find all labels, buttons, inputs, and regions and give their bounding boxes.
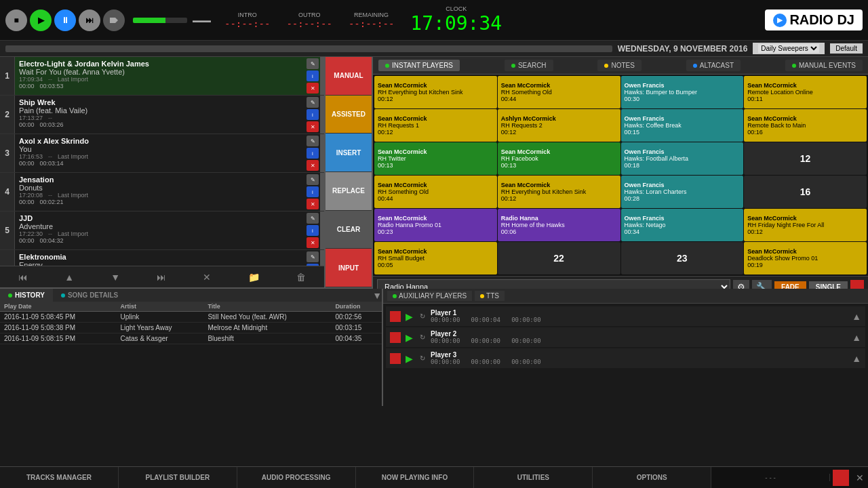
edit-button[interactable]: ✎ — [307, 58, 319, 69]
tab-notes[interactable]: NOTES — [597, 60, 641, 71]
instant-player-cell[interactable]: Sean McCormick RH Friday Night Free For … — [744, 209, 867, 241]
instant-player-cell[interactable]: Owen Francis Hawks: Loran Charters 00:28 — [621, 176, 744, 208]
player-play-button[interactable]: ▶ — [403, 332, 414, 343]
move-to-bottom-button[interactable]: ⏭ — [151, 270, 172, 284]
delete-button[interactable]: ✕ — [307, 160, 319, 171]
info-button[interactable]: i — [307, 225, 319, 236]
instant-player-cell[interactable]: Owen Francis Hawks: Netago 00:34 — [621, 209, 744, 241]
pause-button[interactable]: ⏸ — [54, 9, 76, 31]
edit-button[interactable]: ✎ — [307, 136, 319, 146]
side-button-replace[interactable]: REPLACE — [326, 172, 372, 211]
player-refresh-button[interactable]: ↻ — [417, 311, 428, 322]
delete-button[interactable]: ✕ — [307, 237, 319, 248]
tab-history[interactable]: HISTORY — [0, 289, 53, 302]
history-row[interactable]: 2016-11-09 5:08:38 PM Light Years Away M… — [0, 323, 382, 333]
instant-player-cell[interactable]: Sean McCormick Deadlock Show Promo 01 00… — [744, 242, 867, 274]
instant-player-cell[interactable]: Sean McCormick RH Something Old 00:44 — [374, 176, 497, 208]
instant-player-cell[interactable]: Sean McCormick Remote Location Online 00… — [744, 76, 867, 108]
now-playing-info-button[interactable]: NOW PLAYING INFO — [356, 467, 475, 488]
play-button[interactable]: ▶ — [30, 9, 52, 31]
edit-button[interactable]: ✎ — [307, 213, 319, 224]
player-stop-button[interactable] — [390, 332, 401, 343]
history-row[interactable]: 2016-11-09 5:08:15 PM Catas & Kasger Blu… — [0, 333, 382, 344]
tracks-manager-button[interactable]: TRACKS MANAGER — [0, 467, 119, 488]
nav-close-button[interactable]: ✕ — [852, 472, 868, 483]
playlist-builder-button[interactable]: PLAYLIST BUILDER — [119, 467, 237, 488]
edit-button[interactable]: ✎ — [307, 174, 319, 185]
instant-player-cell[interactable]: Sean McCormick Radio Hanna Promo 01 00:2… — [374, 209, 497, 241]
delete-button[interactable]: ✕ — [307, 199, 319, 209]
side-button-insert[interactable]: INSERT — [326, 134, 372, 172]
instant-player-cell[interactable]: 12 — [744, 142, 867, 175]
player-play-button[interactable]: ▶ — [403, 311, 414, 322]
instant-player-cell[interactable]: 16 — [744, 176, 867, 208]
move-to-top-button[interactable]: ⏮ — [13, 270, 33, 284]
scroll-handle[interactable] — [320, 250, 324, 266]
player-up-button[interactable]: ▲ — [852, 353, 861, 364]
instant-player-cell[interactable]: 22 — [498, 242, 620, 274]
scroll-handle[interactable] — [320, 173, 324, 211]
move-down-button[interactable]: ▼ — [105, 270, 125, 284]
utilities-button[interactable]: UTILITIES — [474, 467, 593, 488]
info-button[interactable]: i — [307, 186, 319, 197]
side-button-assisted[interactable]: ASSISTED — [326, 96, 372, 134]
move-up-button[interactable]: ▲ — [59, 270, 79, 284]
scroll-handle[interactable] — [320, 211, 324, 249]
record-button[interactable] — [103, 9, 125, 31]
daily-sweepers-select[interactable]: Daily Sweepers — [758, 44, 819, 53]
tab-tts[interactable]: TTS — [475, 291, 505, 301]
info-button[interactable]: i — [307, 148, 319, 159]
delete-button[interactable]: ✕ — [307, 121, 319, 132]
player-up-button[interactable]: ▲ — [852, 332, 861, 343]
player-refresh-button[interactable]: ↻ — [417, 353, 428, 364]
playlist-row[interactable]: 1 Electro-Light & Jordan Kelvin James Wa… — [0, 57, 324, 96]
player-stop-button[interactable] — [390, 353, 401, 364]
folder-button[interactable]: 📁 — [243, 270, 265, 284]
instant-player-cell[interactable]: Sean McCormick RH Facebook 00:13 — [498, 142, 620, 175]
tab-auxiliary-players[interactable]: AUXILIARY PLAYERS — [387, 291, 472, 301]
options-button[interactable]: OPTIONS — [593, 467, 711, 488]
side-button-clear[interactable]: CLEAR — [326, 211, 372, 249]
shuffle-button[interactable]: ✕ — [197, 270, 216, 284]
player-stop-button[interactable] — [390, 311, 401, 322]
edit-button[interactable]: ✎ — [307, 251, 319, 262]
instant-player-cell[interactable]: Sean McCormick RH Requests 1 00:12 — [374, 109, 497, 142]
player-up-button[interactable]: ▲ — [852, 311, 861, 322]
tab-search[interactable]: SEARCH — [505, 60, 553, 71]
playlist-row[interactable]: 4 Jensation Donuts 17:20:08 -- Last Impo… — [0, 173, 324, 211]
player-play-button[interactable]: ▶ — [403, 353, 414, 364]
scroll-handle[interactable] — [320, 96, 324, 134]
instant-player-cell[interactable]: Owen Francis Hawks: Football Alberta 00:… — [621, 142, 744, 175]
tab-manual-events[interactable]: MANUAL EVENTS — [785, 60, 863, 71]
side-button-manual[interactable]: MANUAL — [326, 57, 372, 96]
player-refresh-button[interactable]: ↻ — [417, 332, 428, 343]
tab-instant-players[interactable]: INSTANT PLAYERS — [378, 60, 460, 71]
instant-player-cell[interactable]: Sean McCormick RH Twitter 00:13 — [374, 142, 497, 175]
end-button[interactable]: ⏭ — [79, 9, 100, 31]
instant-player-cell[interactable]: Owen Francis Hawks: Coffee Break 00:15 — [621, 109, 744, 142]
side-button-input[interactable]: INPUT — [326, 249, 372, 287]
trash-button[interactable]: 🗑 — [291, 270, 311, 284]
scroll-handle[interactable] — [320, 57, 324, 95]
playlist-row[interactable]: 5 JJD Adventure 17:22:30 -- Last Import … — [0, 211, 324, 250]
instant-player-cell[interactable]: Sean McCormick RH Everything but Kitchen… — [498, 176, 620, 208]
nav-red-button[interactable] — [833, 470, 849, 486]
instant-player-cell[interactable]: Sean McCormick RH Something Old 00:44 — [498, 76, 620, 108]
info-button[interactable]: i — [307, 70, 319, 81]
info-button[interactable]: i — [307, 109, 319, 120]
tab-altacast[interactable]: ALTACAST — [686, 60, 741, 71]
instant-player-cell[interactable]: 23 — [621, 242, 744, 274]
instant-player-cell[interactable]: Sean McCormick RH Small Budget 00:05 — [374, 242, 497, 274]
playlist-row[interactable]: 2 Ship Wrek Pain (feat. Mia Vaile) 17:13… — [0, 96, 324, 134]
audio-processing-button[interactable]: AUDIO PROCESSING — [237, 467, 356, 488]
instant-player-cell[interactable]: Owen Francis Hawks: Bumper to Bumper 00:… — [621, 76, 744, 108]
instant-player-cell[interactable]: Ashlyn McCormick RH Requests 2 00:12 — [498, 109, 620, 142]
tab-song-details[interactable]: SONG DETAILS — [53, 289, 126, 302]
stop-button[interactable]: ■ — [5, 9, 27, 31]
delete-button[interactable]: ✕ — [307, 83, 319, 94]
history-scroll-button[interactable]: ▼ — [372, 290, 382, 301]
instant-player-cell[interactable]: Radio Hanna RH Home of the Hawks 00:06 — [498, 209, 620, 241]
history-row[interactable]: 2016-11-09 5:08:45 PM Uplink Still Need … — [0, 312, 382, 323]
instant-player-cell[interactable]: Sean McCormick Remote Back to Main 00:16 — [744, 109, 867, 142]
playlist-row[interactable]: 6 Elektronomia Energy 17:27:03 -- Last I… — [0, 250, 324, 266]
